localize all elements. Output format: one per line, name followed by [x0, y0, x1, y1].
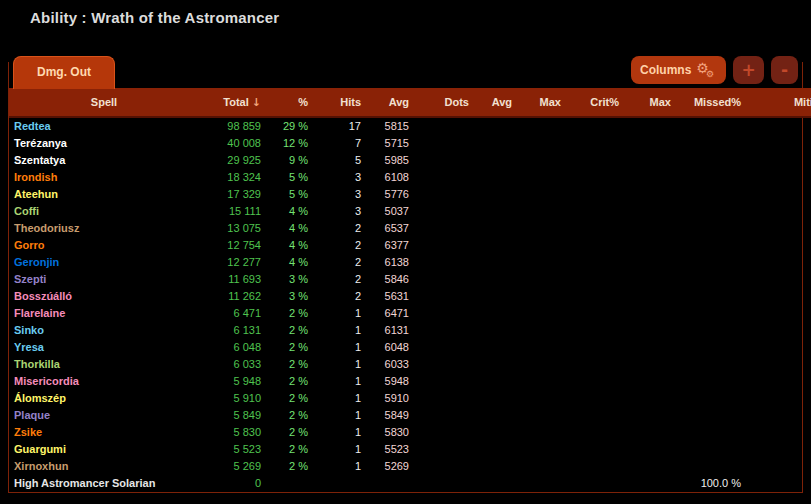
cell-avg: 6108 [366, 169, 414, 186]
cell-max [517, 169, 566, 186]
columns-button-label: Columns [640, 63, 691, 77]
spell-name[interactable]: Flarelaine [9, 305, 199, 322]
cell-mitigatedpct [746, 424, 811, 441]
cell-dots [414, 339, 474, 356]
cell-missedpct [676, 356, 746, 373]
column-header-hits[interactable]: Hits [313, 88, 366, 117]
column-header-max[interactable]: Max [517, 88, 566, 117]
cell-max [517, 322, 566, 339]
gears-icon: ⚙⚙ [696, 61, 717, 77]
cell-critpct [566, 169, 624, 186]
cell-avg: 5631 [366, 288, 414, 305]
columns-button[interactable]: Columns ⚙⚙ [631, 56, 726, 84]
spell-name[interactable]: Álomszép [9, 390, 199, 407]
cell-dots [414, 117, 474, 135]
table-row: Ateehun17 3295 %35776 [9, 186, 811, 203]
spell-name[interactable]: Guargumi [9, 441, 199, 458]
cell-avg: 6138 [366, 254, 414, 271]
cell-max2 [624, 458, 676, 475]
column-header-spell[interactable]: Spell [9, 88, 199, 117]
cell-pct: 4 % [266, 203, 313, 220]
spell-name[interactable]: Terézanya [9, 135, 199, 152]
spell-name[interactable]: High Astromancer Solarian [9, 475, 199, 492]
cell-total: 6 471 [199, 305, 266, 322]
cell-critpct [566, 186, 624, 203]
cell-mitigatedpct [746, 373, 811, 390]
cell-critpct [566, 135, 624, 152]
column-header-label: Missed% [694, 96, 741, 108]
spell-name[interactable]: Plaque [9, 407, 199, 424]
cell-max [517, 135, 566, 152]
cell-total: 5 269 [199, 458, 266, 475]
cell-max [517, 271, 566, 288]
toolbar-buttons: Columns ⚙⚙ + - [631, 56, 798, 84]
remove-column-button[interactable]: - [771, 56, 798, 84]
spell-name[interactable]: Sinko [9, 322, 199, 339]
cell-pct: 2 % [266, 458, 313, 475]
cell-hits: 7 [313, 135, 366, 152]
cell-max [517, 305, 566, 322]
cell-pct: 3 % [266, 271, 313, 288]
cell-mitigatedpct [746, 152, 811, 169]
cell-total: 11 693 [199, 271, 266, 288]
cell-dots [414, 186, 474, 203]
cell-hits: 3 [313, 186, 366, 203]
table-row: Szentatya29 9259 %55985 [9, 152, 811, 169]
column-header-critpct[interactable]: Crit% [566, 88, 624, 117]
column-header-dots[interactable]: Dots [414, 88, 474, 117]
spell-name[interactable]: Bosszúálló [9, 288, 199, 305]
spell-name[interactable]: Gorro [9, 237, 199, 254]
content-box: Dmg. Out Columns ⚙⚙ + - SpellTotal↓%Hits… [8, 62, 803, 493]
cell-dots [414, 220, 474, 237]
cell-pct: 9 % [266, 152, 313, 169]
spell-name[interactable]: Coffi [9, 203, 199, 220]
column-header-avg[interactable]: Avg [366, 88, 414, 117]
column-header-mitigatedpct[interactable]: Mitigated% [746, 88, 811, 117]
cell-hits: 5 [313, 152, 366, 169]
cell-dots [414, 475, 474, 492]
cell-max2 [624, 322, 676, 339]
cell-max2 [624, 373, 676, 390]
cell-hits: 1 [313, 441, 366, 458]
cell-avg: 5985 [366, 152, 414, 169]
cell-hits: 3 [313, 169, 366, 186]
cell-total: 12 754 [199, 237, 266, 254]
cell-mitigatedpct [746, 322, 811, 339]
cell-mitigatedpct [746, 237, 811, 254]
cell-max2 [624, 407, 676, 424]
cell-pct: 12 % [266, 135, 313, 152]
spell-name[interactable]: Theodoriusz [9, 220, 199, 237]
column-header-total[interactable]: Total↓ [199, 88, 266, 117]
cell-hits: 2 [313, 237, 366, 254]
cell-hits: 17 [313, 117, 366, 135]
spell-name[interactable]: Szentatya [9, 152, 199, 169]
column-header-pct[interactable]: % [266, 88, 313, 117]
cell-hits [313, 475, 366, 492]
cell-hits: 2 [313, 220, 366, 237]
spell-name[interactable]: Misericordia [9, 373, 199, 390]
spell-name[interactable]: Irondish [9, 169, 199, 186]
spell-name[interactable]: Yresa [9, 339, 199, 356]
cell-avg: 6048 [366, 339, 414, 356]
cell-mitigatedpct [746, 305, 811, 322]
add-column-button[interactable]: + [733, 56, 764, 84]
column-header-max2[interactable]: Max [624, 88, 676, 117]
spell-name[interactable]: Zsike [9, 424, 199, 441]
spell-name[interactable]: Thorkilla [9, 356, 199, 373]
table-header: SpellTotal↓%HitsAvgDotsAvgMaxCrit%MaxMis… [9, 88, 811, 117]
cell-max [517, 339, 566, 356]
spell-name[interactable]: Geronjin [9, 254, 199, 271]
spell-name[interactable]: Ateehun [9, 186, 199, 203]
tab-dmg-out[interactable]: Dmg. Out [13, 56, 115, 89]
column-header-missedpct[interactable]: Missed% [676, 88, 746, 117]
cell-max2 [624, 339, 676, 356]
cell-mitigatedpct [746, 390, 811, 407]
spell-name[interactable]: Xirnoxhun [9, 458, 199, 475]
cell-pct: 2 % [266, 305, 313, 322]
spell-name[interactable]: Szepti [9, 271, 199, 288]
cell-avg2 [474, 169, 517, 186]
toolbar: Dmg. Out Columns ⚙⚙ + - [9, 62, 802, 88]
cell-hits: 2 [313, 271, 366, 288]
column-header-avg2[interactable]: Avg [474, 88, 517, 117]
spell-name[interactable]: Redtea [9, 117, 199, 135]
